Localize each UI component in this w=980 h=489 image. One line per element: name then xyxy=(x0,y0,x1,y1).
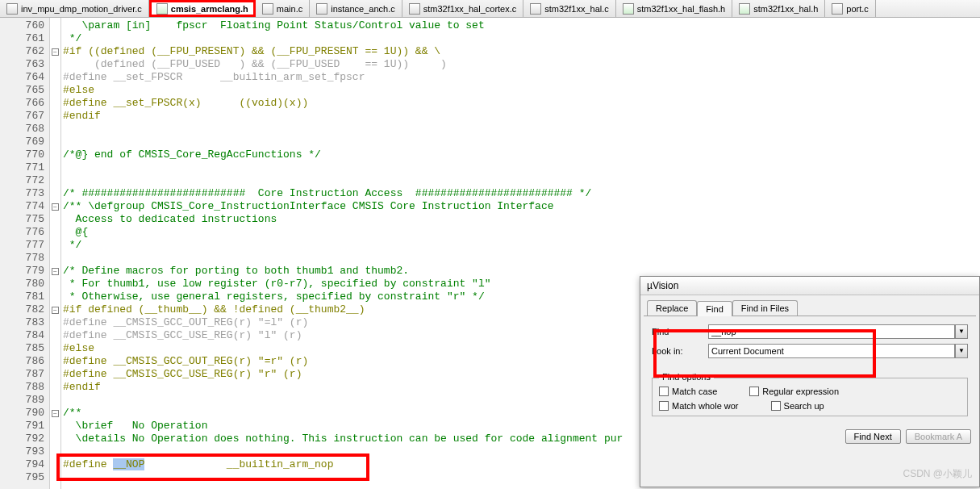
lookin-label: Look in: xyxy=(652,346,708,356)
file-icon xyxy=(409,3,420,15)
tab-file-active[interactable]: cmsis_armclang.h xyxy=(149,0,256,17)
watermark: CSDN @小颖儿 xyxy=(903,467,972,481)
file-icon xyxy=(316,3,327,15)
file-icon xyxy=(156,3,168,15)
tab-file[interactable]: inv_mpu_dmp_motion_driver.c xyxy=(0,0,149,17)
tab-file[interactable]: stm32f1xx_hal.c xyxy=(523,0,615,17)
find-input[interactable] xyxy=(708,324,955,339)
find-next-button[interactable]: Find Next xyxy=(845,429,901,444)
dropdown-arrow-icon[interactable]: ▼ xyxy=(955,344,968,358)
tab-bar: inv_mpu_dmp_motion_driver.c cmsis_armcla… xyxy=(0,0,980,18)
tab-file[interactable]: port.c xyxy=(825,0,876,17)
dialog-body: Find ▼ Look in: ▼ Find options Match cas… xyxy=(644,316,976,424)
search-up-checkbox[interactable]: Search up xyxy=(771,401,824,411)
tab-file[interactable]: instance_anch.c xyxy=(310,0,402,17)
regex-checkbox[interactable]: Regular expression xyxy=(749,387,839,396)
tab-file[interactable]: stm32f1xx_hal_flash.h xyxy=(616,0,732,17)
dropdown-arrow-icon[interactable]: ▼ xyxy=(955,324,968,339)
match-case-checkbox[interactable]: Match case xyxy=(659,387,717,396)
file-icon xyxy=(262,3,273,15)
tab-file[interactable]: stm32f1xx_hal.h xyxy=(732,0,825,17)
file-icon xyxy=(530,3,541,15)
fold-column[interactable]: −−−−− xyxy=(50,18,61,489)
file-icon xyxy=(623,3,634,15)
dialog-title: µVision xyxy=(640,277,979,295)
lookin-input[interactable] xyxy=(708,344,955,358)
dialog-tabs: Replace Find Find in Files xyxy=(640,295,979,316)
tab-replace[interactable]: Replace xyxy=(647,300,697,316)
find-dialog: µVision Replace Find Find in Files Find … xyxy=(640,276,980,487)
dialog-buttons: Find Next Bookmark A xyxy=(640,424,979,449)
tab-find[interactable]: Find xyxy=(697,301,732,316)
file-icon xyxy=(832,3,843,15)
whole-word-checkbox[interactable]: Match whole wor xyxy=(659,401,739,411)
line-gutter: 7607617627637647657667677687697707717727… xyxy=(0,18,50,489)
tab-file[interactable]: main.c xyxy=(256,0,310,17)
find-options-legend: Find options xyxy=(659,372,714,382)
tab-file[interactable]: stm32f1xx_hal_cortex.c xyxy=(402,0,524,17)
bookmark-button[interactable]: Bookmark A xyxy=(906,429,971,444)
tab-find-in-files[interactable]: Find in Files xyxy=(732,300,798,316)
find-options-group: Find options Match case Regular expressi… xyxy=(652,378,968,416)
find-label: Find xyxy=(652,327,708,336)
file-icon xyxy=(6,3,18,15)
file-icon xyxy=(739,3,750,15)
